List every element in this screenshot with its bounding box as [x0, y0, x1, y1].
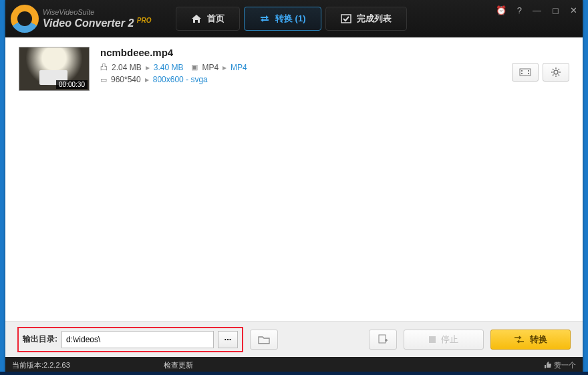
video-duration: 00:00:30	[56, 80, 88, 89]
arrow-icon: ▸	[146, 63, 150, 72]
window-controls: ⏰ ? — ◻ ✕	[496, 5, 577, 15]
svg-rect-4	[528, 70, 529, 72]
tab-home[interactable]: 首页	[176, 7, 240, 31]
format-out: MP4	[231, 63, 247, 72]
svg-rect-2	[521, 70, 523, 72]
alarm-icon[interactable]: ⏰	[496, 5, 506, 15]
minimize-icon[interactable]: —	[533, 5, 541, 15]
desktop-taskbar	[0, 372, 588, 375]
maximize-icon[interactable]: ◻	[552, 5, 559, 15]
convert-arrows-icon	[514, 336, 525, 344]
stop-icon	[429, 336, 436, 343]
tab-convert[interactable]: 转换 (1)	[244, 7, 321, 31]
bottom-bar: 输出目录: d:\videos\ ··· 停止 转换	[5, 321, 583, 357]
resolution-icon: ▭	[100, 76, 107, 84]
format-in: MP4	[202, 63, 218, 72]
content-area: 00:00:30 ncmbdeee.mp4 凸 2.04 MB ▸ 3.40 M…	[5, 37, 583, 321]
svg-rect-0	[341, 15, 351, 23]
edit-video-button[interactable]	[512, 63, 539, 82]
format-icon: ▣	[191, 63, 198, 72]
video-thumbnail[interactable]: 00:00:30	[19, 47, 90, 91]
status-bar: 当前版本:2.2.2.63 检查更新 赞一个	[5, 357, 583, 373]
home-icon	[191, 14, 202, 23]
output-dir-box: 输出目录: d:\videos\ ···	[17, 327, 243, 352]
stop-button-label: 停止	[441, 334, 458, 346]
svg-rect-1	[520, 69, 531, 76]
add-file-icon	[378, 334, 388, 345]
arrow-icon: ▸	[223, 63, 227, 72]
convert-button-label: 转换	[530, 334, 547, 346]
brand-line2: Video Converter 2 PRO	[43, 17, 151, 29]
titlebar: WiseVideoSuite Video Converter 2 PRO 首页 …	[5, 0, 583, 37]
gear-icon	[551, 67, 561, 78]
thumbs-up-icon	[543, 361, 551, 369]
convert-icon	[259, 14, 270, 23]
settings-button[interactable]	[543, 63, 569, 82]
tab-convert-label: 转换 (1)	[275, 13, 306, 25]
checklist-icon	[341, 14, 351, 23]
stop-button[interactable]: 停止	[404, 330, 484, 350]
video-meta: ncmbdeee.mp4 凸 2.04 MB ▸ 3.40 MB ▣ MP4 ▸…	[100, 47, 501, 87]
close-icon[interactable]: ✕	[570, 5, 577, 15]
tab-done-label: 完成列表	[357, 13, 392, 25]
logo-area: WiseVideoSuite Video Converter 2 PRO	[5, 5, 169, 33]
size-icon: 凸	[100, 62, 108, 72]
version-text: 当前版本:2.2.2.63	[12, 360, 70, 370]
app-logo-icon	[11, 5, 39, 33]
svg-rect-5	[528, 73, 529, 74]
help-icon[interactable]: ?	[517, 5, 522, 15]
open-folder-button[interactable]	[250, 330, 278, 350]
folder-icon	[258, 335, 270, 344]
tab-home-label: 首页	[207, 13, 225, 25]
resolution-out: 800x600 - svga	[153, 75, 208, 84]
output-dir-input[interactable]: d:\videos\	[61, 331, 214, 348]
size-out: 3.40 MB	[154, 63, 184, 72]
arrow-icon: ▸	[145, 75, 149, 84]
like-button[interactable]: 赞一个	[543, 360, 576, 370]
resolution-in: 960*540	[111, 75, 141, 84]
video-item: 00:00:30 ncmbdeee.mp4 凸 2.04 MB ▸ 3.40 M…	[19, 47, 569, 91]
like-label: 赞一个	[554, 360, 576, 370]
browse-button[interactable]: ···	[218, 331, 238, 348]
check-update-link[interactable]: 检查更新	[164, 360, 193, 370]
svg-rect-8	[429, 336, 436, 343]
size-in: 2.04 MB	[112, 63, 142, 72]
main-tabs: 首页 转换 (1) 完成列表	[176, 7, 407, 31]
video-filename: ncmbdeee.mp4	[100, 47, 501, 58]
svg-rect-3	[521, 73, 523, 74]
svg-point-6	[554, 70, 558, 74]
convert-button[interactable]: 转换	[490, 330, 571, 350]
brand-text: WiseVideoSuite Video Converter 2 PRO	[43, 8, 151, 29]
svg-rect-7	[379, 335, 386, 343]
item-buttons	[512, 63, 569, 82]
add-file-button[interactable]	[369, 330, 397, 350]
film-icon	[519, 68, 531, 77]
output-dir-label: 输出目录:	[23, 334, 57, 345]
tab-done[interactable]: 完成列表	[325, 7, 407, 31]
brand-line1: WiseVideoSuite	[43, 8, 151, 17]
